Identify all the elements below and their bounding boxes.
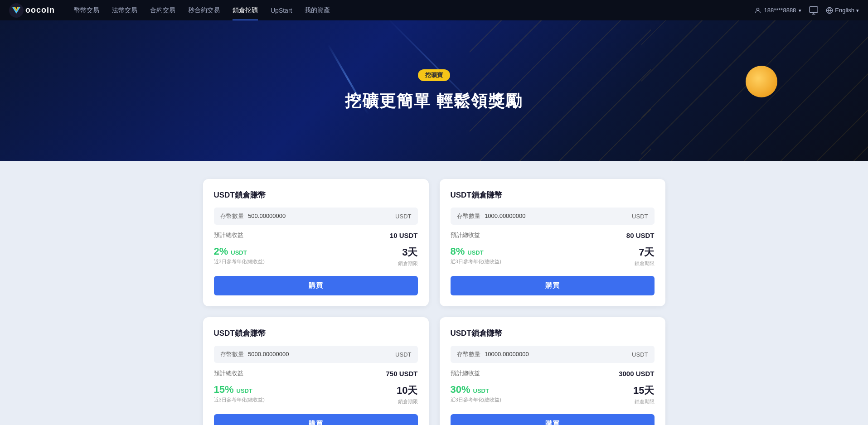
card-1-deposit-row: 存幣數量 500.00000000 USDT xyxy=(214,208,418,225)
monitor-icon[interactable] xyxy=(809,5,819,15)
card-3-rate-currency: USDT xyxy=(237,387,252,394)
navbar-right: 188****8888 English xyxy=(754,5,859,15)
card-2-deposit-row: 存幣數量 1000.00000000 USDT xyxy=(451,208,655,225)
card-3-earnings-value: 750 USDT xyxy=(386,370,417,377)
card-1-title: USDT鎖倉賺幣 xyxy=(214,190,418,200)
card-3-rate-pct: 15% xyxy=(214,384,234,396)
card-2-earnings-label: 預計總收益 xyxy=(451,231,480,239)
card-3-deposit-label: 存幣數量 5000.00000000 xyxy=(220,350,289,358)
card-2-title: USDT鎖倉賺幣 xyxy=(451,190,655,200)
card-2: USDT鎖倉賺幣 存幣數量 1000.00000000 USDT 預計總收益 8… xyxy=(440,179,665,306)
user-icon xyxy=(754,7,761,14)
svg-rect-4 xyxy=(810,6,818,12)
card-4-rate-desc: 近3日參考年化(總收益) xyxy=(451,396,501,403)
card-3-earnings-row: 預計總收益 750 USDT xyxy=(214,369,418,377)
card-1-stat-left: 2% USDT 近3日參考年化(總收益) xyxy=(214,246,265,265)
card-1-buy-button[interactable]: 購買 xyxy=(214,276,418,295)
card-4-deposit-label: 存幣數量 10000.00000000 xyxy=(457,350,529,358)
card-2-stat-right: 7天 鎖倉期限 xyxy=(635,246,655,267)
card-1-earnings-row: 預計總收益 10 USDT xyxy=(214,231,418,239)
card-4-rate: 30% USDT xyxy=(451,384,501,396)
nav-mining[interactable]: 鎖倉挖礦 xyxy=(227,0,263,20)
card-2-deposit-currency: USDT xyxy=(632,213,648,220)
card-4-title: USDT鎖倉賺幣 xyxy=(451,328,655,338)
card-2-rate-pct: 8% xyxy=(451,246,465,257)
card-3-days-label: 鎖倉期限 xyxy=(398,398,418,405)
card-4: USDT鎖倉賺幣 存幣數量 10000.00000000 USDT 預計總收益 … xyxy=(440,317,665,425)
card-2-rate-desc: 近3日參考年化(總收益) xyxy=(451,258,501,265)
card-3-stats-row: 15% USDT 近3日參考年化(總收益) 10天 鎖倉期限 xyxy=(214,384,418,405)
nav-second-contract[interactable]: 秒合約交易 xyxy=(183,0,225,20)
card-1-rate-currency: USDT xyxy=(231,249,247,256)
card-2-deposit-label: 存幣數量 1000.00000000 xyxy=(457,212,526,220)
card-2-earnings-row: 預計總收益 80 USDT xyxy=(451,231,655,239)
language-selector[interactable]: English xyxy=(826,7,859,14)
card-3-earnings-label: 預計總收益 xyxy=(214,369,243,377)
logo[interactable]: oocoin xyxy=(9,3,55,18)
card-1-earnings-label: 預計總收益 xyxy=(214,231,243,239)
card-3: USDT鎖倉賺幣 存幣數量 5000.00000000 USDT 預計總收益 7… xyxy=(203,317,429,425)
nav-fiat-trade[interactable]: 法幣交易 xyxy=(107,0,143,20)
card-2-buy-button[interactable]: 購買 xyxy=(451,276,655,295)
card-3-stat-left: 15% USDT 近3日參考年化(總收益) xyxy=(214,384,265,403)
globe-icon xyxy=(826,7,833,14)
card-4-rate-pct: 30% xyxy=(451,384,470,396)
nav-my-assets[interactable]: 我的資產 xyxy=(299,0,335,20)
card-1: USDT鎖倉賺幣 存幣數量 500.00000000 USDT 預計總收益 10… xyxy=(203,179,429,306)
card-2-earnings-value: 80 USDT xyxy=(626,232,655,239)
nav-coin-trade[interactable]: 幣幣交易 xyxy=(68,0,105,20)
card-4-days-value: 15天 xyxy=(633,384,654,397)
card-4-rate-currency: USDT xyxy=(473,387,489,394)
navbar: oocoin 幣幣交易 法幣交易 合約交易 秒合約交易 鎖倉挖礦 UpStart… xyxy=(0,0,868,20)
svg-point-3 xyxy=(756,8,759,10)
card-3-rate-desc: 近3日參考年化(總收益) xyxy=(214,396,265,403)
card-4-stat-left: 30% USDT 近3日參考年化(總收益) xyxy=(451,384,501,403)
card-1-rate-desc: 近3日參考年化(總收益) xyxy=(214,258,265,265)
hero-title: 挖礦更簡單 輕鬆領獎勵 xyxy=(345,90,523,112)
card-1-deposit-currency: USDT xyxy=(395,213,411,220)
card-1-stat-right: 3天 鎖倉期限 xyxy=(398,246,418,267)
card-2-stats-row: 8% USDT 近3日參考年化(總收益) 7天 鎖倉期限 xyxy=(451,246,655,267)
card-4-deposit-currency: USDT xyxy=(632,351,648,358)
nav-links: 幣幣交易 法幣交易 合約交易 秒合約交易 鎖倉挖礦 UpStart 我的資產 xyxy=(68,0,754,20)
card-3-buy-button[interactable]: 購買 xyxy=(214,414,418,425)
card-2-rate-currency: USDT xyxy=(467,249,483,256)
cards-grid: USDT鎖倉賺幣 存幣數量 500.00000000 USDT 預計總收益 10… xyxy=(185,179,684,425)
card-4-earnings-value: 3000 USDT xyxy=(619,370,654,377)
card-4-buy-button[interactable]: 購買 xyxy=(451,414,655,425)
main-content: USDT鎖倉賺幣 存幣數量 500.00000000 USDT 預計總收益 10… xyxy=(0,161,868,425)
logo-text: oocoin xyxy=(25,5,55,15)
card-1-deposit-label: 存幣數量 500.00000000 xyxy=(220,212,286,220)
card-1-days-label: 鎖倉期限 xyxy=(398,260,418,267)
card-4-stats-row: 30% USDT 近3日參考年化(總收益) 15天 鎖倉期限 xyxy=(451,384,655,405)
language-label: English xyxy=(835,7,854,14)
user-id: 188****8888 xyxy=(764,7,796,14)
card-3-deposit-row: 存幣數量 5000.00000000 USDT xyxy=(214,346,418,363)
card-3-deposit-currency: USDT xyxy=(395,351,411,358)
hero-orange-circle xyxy=(746,66,777,97)
nav-contract-trade[interactable]: 合約交易 xyxy=(145,0,181,20)
card-3-days-value: 10天 xyxy=(397,384,417,397)
card-1-rate-pct: 2% xyxy=(214,246,228,257)
card-1-rate: 2% USDT xyxy=(214,246,265,257)
lang-chevron xyxy=(856,7,859,14)
card-4-earnings-row: 預計總收益 3000 USDT xyxy=(451,369,655,377)
user-chevron xyxy=(799,7,801,14)
card-4-earnings-label: 預計總收益 xyxy=(451,369,480,377)
user-menu[interactable]: 188****8888 xyxy=(754,7,802,14)
hero-badge: 挖礦寶 xyxy=(418,69,450,81)
card-4-stat-right: 15天 鎖倉期限 xyxy=(633,384,654,405)
card-4-days-label: 鎖倉期限 xyxy=(635,398,655,405)
card-3-stat-right: 10天 鎖倉期限 xyxy=(397,384,417,405)
card-1-earnings-value: 10 USDT xyxy=(390,232,418,239)
card-2-days-value: 7天 xyxy=(639,246,654,259)
card-2-days-label: 鎖倉期限 xyxy=(635,260,655,267)
hero-banner: 挖礦寶 挖礦更簡單 輕鬆領獎勵 xyxy=(0,20,868,161)
card-3-title: USDT鎖倉賺幣 xyxy=(214,328,418,338)
nav-upstart[interactable]: UpStart xyxy=(265,0,297,20)
card-2-stat-left: 8% USDT 近3日參考年化(總收益) xyxy=(451,246,501,265)
card-4-deposit-row: 存幣數量 10000.00000000 USDT xyxy=(451,346,655,363)
card-1-stats-row: 2% USDT 近3日參考年化(總收益) 3天 鎖倉期限 xyxy=(214,246,418,267)
card-2-rate: 8% USDT xyxy=(451,246,501,257)
hero-content: 挖礦寶 挖礦更簡單 輕鬆領獎勵 xyxy=(345,69,523,112)
